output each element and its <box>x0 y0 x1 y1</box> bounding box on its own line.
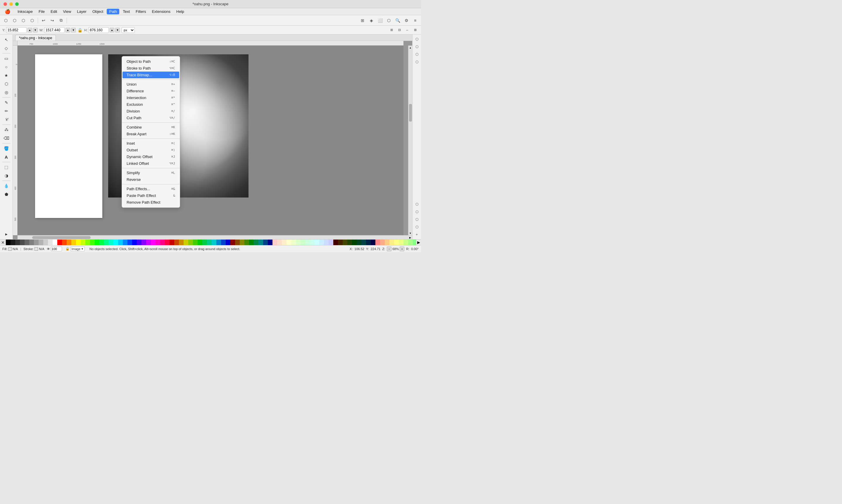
palette-color-swatch[interactable] <box>146 239 151 246</box>
menu-item-difference[interactable]: Difference ⌘− <box>123 88 179 94</box>
palette-color-swatch[interactable] <box>230 239 235 246</box>
palette-color-swatch[interactable] <box>399 239 403 246</box>
palette-color-swatch[interactable] <box>113 239 118 246</box>
tool-fill[interactable]: 🪣 <box>2 144 11 152</box>
palette-color-swatch[interactable] <box>67 239 71 246</box>
tool-spray[interactable]: ⁂ <box>2 126 11 134</box>
menu-help[interactable]: Help <box>174 9 187 14</box>
unit-select[interactable]: px mm in pt <box>122 27 135 33</box>
palette-color-swatch[interactable] <box>39 239 43 246</box>
palette-color-swatch[interactable] <box>81 239 85 246</box>
menu-item-reverse[interactable]: Reverse <box>123 176 179 183</box>
palette-color-swatch[interactable] <box>85 239 90 246</box>
canvas-main[interactable]: 750 1000 1250 1500 0 100 200 300 400 500 <box>13 41 412 239</box>
palette-color-swatch[interactable] <box>366 239 371 246</box>
palette-color-swatch[interactable] <box>43 239 48 246</box>
palette-color-swatch[interactable] <box>380 239 385 246</box>
palette-color-swatch[interactable] <box>319 239 324 246</box>
toolbar-align[interactable]: ≡ <box>411 16 419 24</box>
palette-color-swatch[interactable] <box>413 239 416 246</box>
palette-color-swatch[interactable] <box>202 239 207 246</box>
menu-item-path-effects[interactable]: Path Effects... ⌘& <box>123 185 179 192</box>
palette-color-swatch[interactable] <box>156 239 160 246</box>
toolbar-redo[interactable]: ↪ <box>48 16 56 24</box>
tool-dropper[interactable]: 💧 <box>2 182 11 190</box>
palette-color-swatch[interactable] <box>324 239 329 246</box>
palette-color-swatch[interactable] <box>305 239 310 246</box>
palette-color-swatch[interactable] <box>273 239 277 246</box>
toolbar-snap-nodes[interactable]: ◈ <box>367 16 375 24</box>
palette-color-swatch[interactable] <box>100 239 104 246</box>
menu-item-stroke-to-path[interactable]: Stroke to Path ⌥⌘C <box>123 65 179 72</box>
palette-color-swatch[interactable] <box>174 239 179 246</box>
palette-color-swatch[interactable] <box>95 239 100 246</box>
menu-object[interactable]: Object <box>90 9 106 14</box>
palette-color-swatch[interactable] <box>254 239 259 246</box>
menu-item-cut-path[interactable]: Cut Path ⌥⌘/ <box>123 114 179 121</box>
menu-item-union[interactable]: Union ⌘+ <box>123 81 179 88</box>
palette-color-swatch[interactable] <box>170 239 174 246</box>
h-inc[interactable]: ▲ <box>110 28 114 32</box>
palette-color-swatch[interactable] <box>20 239 24 246</box>
palette-color-swatch[interactable] <box>235 239 240 246</box>
tool-expand[interactable]: ▶ <box>2 230 11 238</box>
palette-color-swatch[interactable] <box>57 239 62 246</box>
rt-snap1[interactable]: ⬡ <box>414 36 420 43</box>
palette-color-swatch[interactable] <box>179 239 183 246</box>
w-dec[interactable]: ▼ <box>71 28 76 32</box>
palette-color-swatch[interactable] <box>361 239 366 246</box>
palette-color-swatch[interactable] <box>226 239 230 246</box>
hscroll-thumb[interactable] <box>32 236 91 239</box>
rt-snap7[interactable]: ⬡ <box>414 216 420 223</box>
palette-color-swatch[interactable] <box>403 239 408 246</box>
vscrollbar[interactable]: ▲ ▼ <box>408 46 412 235</box>
menu-item-intersection[interactable]: Intersection ⌘* <box>123 94 179 101</box>
tool-ellipse[interactable]: ○ <box>2 63 11 71</box>
tool-connector[interactable]: ⬚ <box>2 163 11 171</box>
palette-color-swatch[interactable] <box>137 239 141 246</box>
zoom-in-btn[interactable]: + <box>400 247 404 251</box>
h-input[interactable] <box>88 27 109 33</box>
rt-snap5[interactable]: ⬡ <box>414 201 420 208</box>
canvas-background[interactable] <box>18 46 403 235</box>
w-input[interactable] <box>44 27 65 33</box>
palette-color-swatch[interactable] <box>333 239 338 246</box>
tab-oahu[interactable]: *oahu.png - Inkscape <box>15 35 56 41</box>
palette-color-swatch[interactable] <box>165 239 170 246</box>
palette-color-swatch[interactable] <box>48 239 53 246</box>
palette-color-swatch[interactable] <box>268 239 273 246</box>
palette-color-swatch[interactable] <box>104 239 109 246</box>
menu-view[interactable]: View <box>60 9 73 14</box>
palette-color-swatch[interactable] <box>141 239 146 246</box>
toolbar-snap4[interactable]: ⬡ <box>28 16 36 24</box>
menu-item-remove-path-effect[interactable]: Remove Path Effect <box>123 199 179 206</box>
transform-btn4[interactable]: ⊞ <box>411 27 419 33</box>
tool-pen[interactable]: ✎ <box>2 98 11 107</box>
toolbar-snap1[interactable]: ⬡ <box>2 16 10 24</box>
rt-snap3[interactable]: ⬡ <box>414 51 420 58</box>
palette-color-swatch[interactable] <box>259 239 263 246</box>
palette-color-swatch[interactable] <box>263 239 268 246</box>
menu-item-inset[interactable]: Inset ⌘( <box>123 140 179 147</box>
palette-color-swatch[interactable] <box>371 239 375 246</box>
menu-item-division[interactable]: Division ⌘/ <box>123 108 179 114</box>
y-input[interactable] <box>6 27 27 33</box>
menu-item-trace-bitmap[interactable]: Trace Bitmap... ⌥⇧B <box>123 72 179 78</box>
palette-color-swatch[interactable] <box>343 239 347 246</box>
transform-btn2[interactable]: ⊟ <box>396 27 403 33</box>
tool-select[interactable]: ↖ <box>2 36 11 44</box>
tool-calligraphy[interactable]: 𝒞 <box>2 115 11 124</box>
tool-text[interactable]: A <box>2 153 11 161</box>
zoom-out-btn[interactable]: − <box>387 247 391 251</box>
palette-color-swatch[interactable] <box>249 239 254 246</box>
vscroll-track[interactable] <box>409 49 412 232</box>
hscrollbar[interactable]: ▶ <box>18 235 412 239</box>
palette-color-swatch[interactable] <box>127 239 132 246</box>
palette-scroll-right[interactable]: ▶ <box>416 240 421 245</box>
tool-gradient[interactable]: ◑ <box>2 172 11 180</box>
toolbar-settings[interactable]: ⚙ <box>402 16 410 24</box>
menu-file[interactable]: File <box>36 9 47 14</box>
palette-color-swatch[interactable] <box>216 239 221 246</box>
palette-color-swatch[interactable] <box>193 239 198 246</box>
palette-color-swatch[interactable] <box>198 239 202 246</box>
